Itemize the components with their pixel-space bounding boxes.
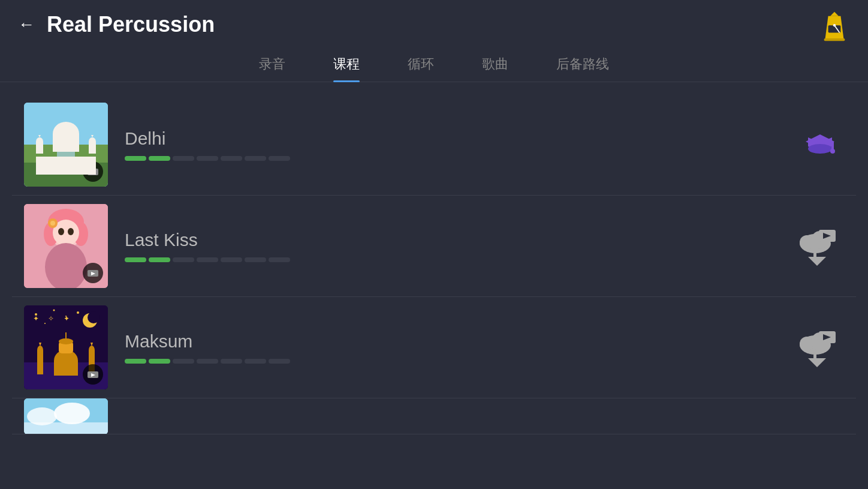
tab-loop[interactable]: 循环 <box>408 55 434 82</box>
svg-marker-1 <box>830 12 839 16</box>
progress-seg <box>197 359 218 364</box>
thumbnail-lastkiss <box>24 204 108 288</box>
progress-bar-lastkiss <box>125 257 796 262</box>
svg-point-59 <box>37 346 43 355</box>
item-info-delhi: Delhi <box>108 128 802 161</box>
tab-course[interactable]: 课程 <box>333 55 360 82</box>
svg-point-31 <box>58 228 64 235</box>
progress-seg <box>125 257 146 262</box>
list-item[interactable]: Last Kiss <box>12 196 856 297</box>
svg-point-54 <box>88 311 100 323</box>
header: ← Real Percussion <box>0 0 868 49</box>
svg-rect-17 <box>57 152 75 157</box>
progress-seg <box>221 257 242 262</box>
progress-seg <box>173 359 194 364</box>
thumbnail-4 <box>24 398 108 434</box>
svg-rect-18 <box>88 169 98 175</box>
progress-seg <box>197 257 218 262</box>
metronome-icon[interactable] <box>819 11 850 42</box>
progress-seg <box>221 156 242 161</box>
item-info-maksum: Maksum <box>108 331 796 364</box>
progress-bar-maksum <box>125 359 796 364</box>
svg-rect-5 <box>824 38 845 41</box>
tab-backup[interactable]: 后备路线 <box>556 55 609 82</box>
list-item[interactable]: Delhi <box>12 94 856 196</box>
back-button[interactable]: ← <box>18 15 35 34</box>
item-name-lastkiss: Last Kiss <box>125 230 796 250</box>
action-delhi[interactable] <box>802 130 838 160</box>
progress-seg <box>173 156 194 161</box>
progress-seg <box>149 257 170 262</box>
svg-point-52 <box>65 316 67 317</box>
svg-point-14 <box>89 137 96 146</box>
thumbnail-delhi <box>24 103 108 187</box>
tab-song[interactable]: 歌曲 <box>482 55 508 82</box>
svg-point-35 <box>50 221 55 226</box>
progress-seg <box>125 156 146 161</box>
page-title: Real Percussion <box>47 12 215 37</box>
item-name-maksum: Maksum <box>125 331 796 352</box>
progress-seg <box>245 359 266 364</box>
tabs-container: 录音 课程 循环 歌曲 后备路线 <box>0 49 868 82</box>
svg-point-4 <box>833 24 836 26</box>
progress-seg <box>173 257 194 262</box>
thumbnail-maksum <box>24 305 108 389</box>
svg-marker-75 <box>808 358 826 367</box>
progress-seg <box>245 257 266 262</box>
item-info-lastkiss: Last Kiss <box>108 230 796 262</box>
thumbnail-badge-lastkiss <box>83 263 103 283</box>
svg-marker-19 <box>91 170 95 174</box>
thumbnail-badge-maksum <box>83 364 103 385</box>
svg-point-12 <box>36 137 43 146</box>
svg-point-47 <box>53 310 55 311</box>
svg-point-24 <box>830 149 835 154</box>
progress-seg <box>197 156 218 161</box>
svg-point-50 <box>44 323 46 324</box>
progress-seg <box>221 359 242 364</box>
svg-point-32 <box>68 228 74 235</box>
list-item[interactable] <box>12 398 856 434</box>
svg-point-78 <box>27 407 57 425</box>
progress-seg <box>269 359 290 364</box>
list-item[interactable]: Maksum <box>12 297 856 398</box>
svg-rect-57 <box>54 361 78 376</box>
progress-seg <box>125 359 146 364</box>
progress-bar-delhi <box>125 156 802 161</box>
course-list: Delhi <box>0 94 868 434</box>
svg-rect-10 <box>53 134 79 152</box>
svg-point-62 <box>89 346 95 355</box>
progress-seg <box>269 257 290 262</box>
thumbnail-badge-delhi <box>83 161 103 182</box>
svg-marker-44 <box>808 257 826 266</box>
svg-point-22 <box>808 144 832 154</box>
progress-seg <box>245 156 266 161</box>
action-maksum[interactable] <box>796 328 838 367</box>
progress-seg <box>269 156 290 161</box>
svg-point-79 <box>54 403 90 424</box>
tab-recording[interactable]: 录音 <box>259 55 285 82</box>
progress-seg <box>149 359 170 364</box>
item-name-delhi: Delhi <box>125 128 802 149</box>
svg-point-48 <box>77 311 79 314</box>
svg-point-46 <box>35 313 37 316</box>
action-lastkiss[interactable] <box>796 227 838 266</box>
progress-seg <box>149 156 170 161</box>
